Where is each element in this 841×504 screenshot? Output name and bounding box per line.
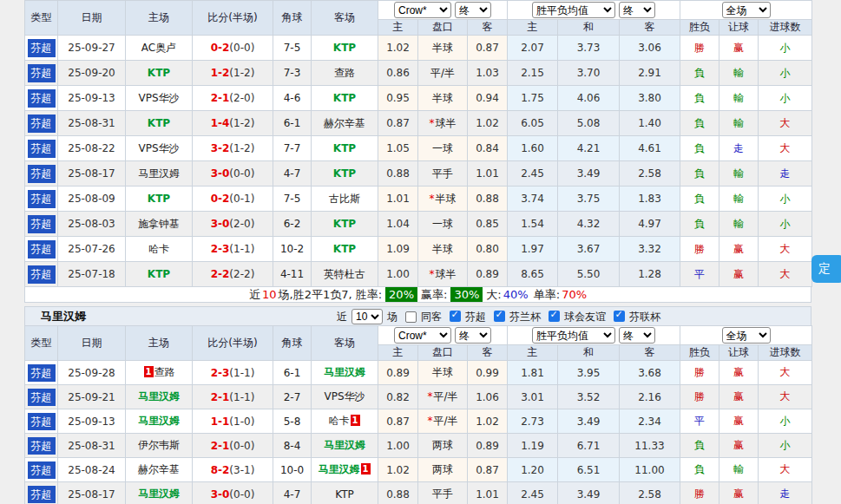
column-header-客场: 客场 — [312, 326, 378, 361]
goals-result-cell: 小 — [759, 434, 812, 458]
asian-away-odds: 0.87 — [468, 458, 508, 482]
bookmaker-select[interactable]: Crow* — [394, 327, 451, 344]
handicap-result-cell: 輸 — [719, 212, 759, 237]
away-team-name: KTP — [333, 92, 356, 104]
score-cell: 1-2(1-2) — [193, 61, 273, 86]
date-cell: 25-07-26 — [58, 237, 126, 262]
euro-home-odds: 1.19 — [508, 434, 558, 458]
handicap-cell: 平/半 — [418, 61, 468, 86]
home-team-cell: KTP — [126, 262, 193, 287]
handicap-text: 一球 — [432, 142, 453, 154]
league-cell: 芬超 — [25, 482, 58, 504]
away-team-cell: 古比斯 — [312, 187, 378, 212]
date-cell: 25-08-22 — [58, 136, 126, 161]
handicap-text: 平/半 — [433, 415, 457, 427]
handicap-result-cell: 輸 — [719, 111, 759, 136]
date-cell: 25-08-31 — [58, 434, 126, 458]
corner-cell: 2-7 — [273, 385, 312, 409]
corner-cell: 8-4 — [273, 434, 312, 458]
result-cell: 勝 — [680, 36, 719, 61]
league-badge: 芬超 — [28, 140, 56, 158]
league-cell: 芬超 — [25, 262, 58, 287]
goals-result-cell: 小 — [759, 409, 812, 434]
match-row: 芬超25-09-13VPS华沙2-1(2-0)4-6KTP0.95半球0.941… — [25, 86, 812, 111]
league-badge: 芬超 — [28, 240, 56, 259]
goals-result-cell: 走 — [759, 482, 812, 504]
asian-away-odds: 1.03 — [468, 61, 508, 86]
handicap-cell: 两球 — [418, 434, 468, 458]
date-cell: 25-09-20 — [58, 61, 126, 86]
euro-away-odds: 2.34 — [620, 409, 680, 434]
europe-state-select[interactable]: 终 — [619, 327, 655, 344]
scope-select[interactable]: 全场 — [722, 327, 771, 344]
match-row: 芬超25-08-09KTP0-2(0-1)7-5古比斯1.01*半球0.883.… — [25, 187, 812, 212]
euro-away-odds: 11.00 — [620, 458, 680, 482]
big-rate-label: 大: — [486, 288, 501, 301]
match-table: 类型日期主场比分(半场)角球客场Crow*终胜平负均值终全场主盘口客主和客胜负让… — [24, 0, 812, 287]
column-header-比分(半场): 比分(半场) — [193, 326, 273, 361]
score-cell: 8-2(3-1) — [193, 458, 273, 482]
handicap-star: * — [427, 390, 432, 403]
away-team-cell: 哈卡1 — [312, 409, 378, 434]
europe-odds-select[interactable]: 胜平负均值 — [532, 2, 615, 18]
filter-checkbox-芬超[interactable] — [450, 311, 461, 322]
handicap-star: * — [430, 193, 435, 205]
asian-home-odds: 1.02 — [378, 36, 418, 61]
home-team-cell: 施拿钟基 — [126, 212, 193, 237]
euro-draw-odds: 3.49 — [558, 161, 620, 187]
subcolumn-header-主: 主 — [378, 20, 418, 36]
filter-checkbox-芬兰杯[interactable] — [494, 311, 505, 322]
mariehamn-history-table: 类型日期主场比分(半场)角球客场Crow*终胜平负均值终全场主盘口客主和客胜负让… — [24, 325, 811, 504]
filter-label-芬超: 芬超 — [465, 311, 486, 323]
goals-result-cell: 小 — [759, 36, 812, 61]
filter-label-球会友谊: 球会友谊 — [564, 311, 606, 323]
handicap-result-cell: 赢 — [719, 385, 759, 409]
filter-checkbox-芬联杯[interactable] — [614, 311, 625, 322]
away-team-name: 英特杜古 — [324, 268, 365, 280]
bookmaker-select[interactable]: Crow* — [394, 2, 451, 18]
result-cell: 負 — [680, 212, 719, 237]
same-away-checkbox[interactable] — [405, 311, 417, 323]
date-cell: 25-08-17 — [58, 482, 126, 504]
asian-home-odds: 1.09 — [378, 237, 418, 262]
score-cell: 3-0(2-0) — [193, 212, 273, 237]
away-team-name: KTP — [333, 243, 356, 255]
side-float-button[interactable]: 定 — [811, 255, 841, 283]
handicap-star: * — [427, 415, 432, 427]
handicap-result-cell: 輸 — [719, 61, 759, 86]
filter-checkbox-球会友谊[interactable] — [549, 311, 560, 322]
result-cell: 負 — [680, 61, 719, 86]
league-cell: 芬超 — [25, 434, 58, 458]
filter-label-芬兰杯: 芬兰杯 — [509, 311, 541, 323]
goals-result-cell: 大 — [759, 262, 812, 287]
euro-draw-odds: 5.08 — [558, 111, 620, 136]
home-team-cell: KTP — [126, 111, 193, 136]
handicap-cell: *半球 — [418, 187, 468, 212]
bookmaker-state-select[interactable]: 终 — [455, 2, 491, 18]
result-cell: 勝 — [680, 237, 719, 262]
home-team-cell: AC奥卢 — [126, 36, 193, 61]
big-rate-value: 40% — [503, 288, 529, 301]
away-team-name: KTP — [335, 488, 354, 501]
europe-state-select[interactable]: 终 — [619, 2, 655, 18]
scope-select[interactable]: 全场 — [722, 2, 771, 18]
europe-dropdown-cell: 胜平负均值终 — [508, 1, 680, 20]
games-label: 场 — [387, 310, 398, 324]
euro-away-odds: 3.06 — [620, 36, 680, 61]
handicap-text: 平手 — [432, 167, 453, 180]
match-row: 芬超25-07-26哈卡2-3(1-1)10-2KTP1.09半球0.801.9… — [25, 237, 812, 262]
league-badge: 芬超 — [28, 190, 56, 208]
euro-draw-odds: 3.75 — [558, 187, 620, 212]
score-cell: 0-2(0-0) — [193, 36, 273, 61]
away-team-cell: 赫尔辛基 — [312, 111, 378, 136]
asian-away-odds: 0.94 — [468, 86, 508, 111]
goals-result-cell: 小 — [759, 212, 812, 237]
europe-odds-select[interactable]: 胜平负均值 — [532, 327, 615, 344]
corner-cell: 5-8 — [273, 409, 312, 434]
bookmaker-state-select[interactable]: 终 — [455, 327, 491, 344]
league-badge: 芬超 — [28, 89, 56, 108]
halftime-score: (1-1) — [229, 243, 254, 255]
near-count-select[interactable]: 10 — [352, 309, 383, 324]
goals-result-cell: 小 — [759, 187, 812, 212]
asian-away-odds: 0.84 — [468, 136, 508, 161]
